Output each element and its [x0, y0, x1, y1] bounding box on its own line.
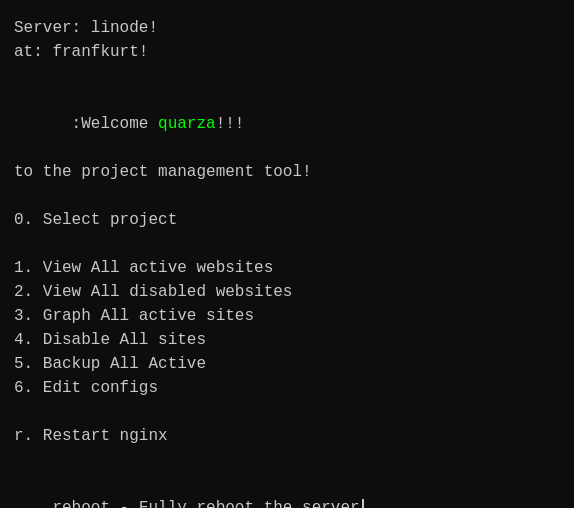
username: quarza — [158, 115, 216, 133]
blank-line-1 — [14, 64, 560, 88]
menu-item-5: 5. Backup All Active — [14, 352, 560, 376]
welcome-prefix: :Welcome — [52, 115, 158, 133]
text-cursor-bar — [362, 499, 365, 508]
menu-item-0: 0. Select project — [14, 208, 560, 232]
reboot-line: reboot - Fully reboot the server — [14, 472, 560, 508]
menu-item-3: 3. Graph All active sites — [14, 304, 560, 328]
menu-item-4: 4. Disable All sites — [14, 328, 560, 352]
blank-line-5 — [14, 448, 560, 472]
menu-item-2: 2. View All disabled websites — [14, 280, 560, 304]
server-line1: Server: linode! — [14, 16, 560, 40]
blank-line-4 — [14, 400, 560, 424]
blank-line-3 — [14, 232, 560, 256]
menu-item-r: r. Restart nginx — [14, 424, 560, 448]
project-line: to the project management tool! — [14, 160, 560, 184]
reboot-text: reboot - Fully reboot the server — [52, 499, 359, 508]
menu-item-6: 6. Edit configs — [14, 376, 560, 400]
menu-item-1: 1. View All active websites — [14, 256, 560, 280]
welcome-suffix: !!! — [216, 115, 245, 133]
server-line2: at: franfkurt! — [14, 40, 560, 64]
blank-line-2 — [14, 184, 560, 208]
welcome-line: :Welcome quarza!!! — [14, 88, 560, 160]
terminal-window: Server: linode! at: franfkurt! :Welcome … — [0, 0, 574, 508]
